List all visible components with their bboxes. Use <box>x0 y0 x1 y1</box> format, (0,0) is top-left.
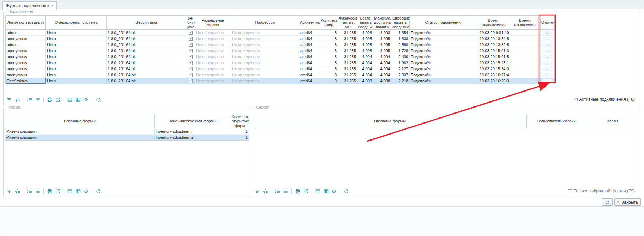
list-icon[interactable] <box>282 187 289 195</box>
cell: 31 255 <box>338 29 357 35</box>
cell: 1.8.0_201 64 bit <box>107 66 186 72</box>
column-header[interactable]: Время отключения <box>509 16 541 30</box>
list-icon[interactable] <box>34 187 41 195</box>
table-row[interactable]: ИнвентаризацияInventory.adjustment1 <box>5 128 249 135</box>
column-header[interactable]: Количество открытых форм <box>231 114 249 128</box>
cell <box>509 60 541 66</box>
table-row[interactable]: anonymousLinux1.8.0_201 64 bitНе определ… <box>6 72 555 78</box>
export-icon[interactable] <box>302 187 309 195</box>
print-icon[interactable] <box>46 96 53 103</box>
disconnect-button[interactable]: ... <box>542 61 553 65</box>
disconnect-button[interactable]: ... <box>542 43 553 47</box>
formula-icon[interactable] <box>13 96 21 103</box>
column-header[interactable]: Архитектура <box>299 16 320 30</box>
java-64bit-checkbox <box>189 31 193 35</box>
column-header[interactable]: Операционная система <box>46 16 107 30</box>
cell: 1 728 <box>391 48 410 54</box>
table-row[interactable]: PetrSmirnovLinux1.8.0_201 64 bitНе опред… <box>6 78 555 84</box>
table-row[interactable]: adminLinux1.8.0_201 64 bitНе определеноН… <box>6 29 555 35</box>
cell: 8 <box>320 54 338 60</box>
column-header[interactable]: Каноническое имя формы <box>155 114 231 128</box>
cell <box>509 42 541 48</box>
gear-icon[interactable]: ⚙ <box>330 187 338 195</box>
list-view-icon[interactable] <box>66 187 74 195</box>
column-header[interactable]: Время подключения <box>478 16 509 30</box>
cell: ... <box>541 78 555 84</box>
cell: Не определено <box>231 48 299 54</box>
disconnect-button[interactable]: ... <box>542 31 553 35</box>
column-header[interactable]: Логин пользователя <box>6 16 46 30</box>
refresh-icon[interactable] <box>94 187 102 195</box>
numbered-list-icon[interactable] <box>26 96 33 103</box>
disconnect-button[interactable]: ... <box>542 67 553 71</box>
table-row[interactable]: anonymousLinux1.8.0_201 64 bitНе определ… <box>6 54 555 60</box>
connections-table[interactable]: Логин пользователяОперационная системаВе… <box>5 15 555 84</box>
cell: Не определено <box>195 42 231 48</box>
table-row[interactable]: anonymousLinux1.8.0_201 64 bitНе определ… <box>6 48 555 54</box>
column-header[interactable]: Название формы <box>5 114 155 128</box>
column-header[interactable]: Пользователь сессии <box>527 114 586 128</box>
column-header[interactable]: Время <box>586 114 639 128</box>
disconnect-button[interactable]: ... <box>542 49 553 53</box>
disconnect-button[interactable]: ... <box>542 55 553 59</box>
table-row[interactable]: anonymousLinux1.8.0_201 64 bitНе определ… <box>6 60 555 66</box>
column-header[interactable]: Название формы <box>253 114 527 128</box>
forms-table[interactable]: Название формыКаноническое имя формыКоли… <box>5 114 249 141</box>
filter-icon[interactable] <box>5 187 13 195</box>
cell <box>509 29 541 35</box>
refresh-icon[interactable] <box>342 187 350 195</box>
column-header[interactable]: Количество ядер <box>320 16 338 30</box>
export-icon[interactable] <box>54 187 61 195</box>
print-icon[interactable] <box>46 187 53 195</box>
checkbox-icon[interactable] <box>574 98 578 101</box>
cell: 1.8.0_201 64 bit <box>107 35 186 42</box>
sessions-table[interactable]: Название формыПользователь сессииВремя <box>253 114 638 128</box>
list-view-icon[interactable] <box>314 187 321 195</box>
gear-icon[interactable]: ⚙ <box>82 187 90 195</box>
tab-close-icon[interactable]: × <box>51 4 54 8</box>
grid-icon[interactable] <box>74 187 82 195</box>
column-header[interactable]: Разрешение экрана <box>195 16 231 30</box>
cell: Подключён <box>410 78 478 84</box>
grid-icon[interactable] <box>74 96 82 103</box>
close-button[interactable]: ✕ Закрыть <box>614 198 641 206</box>
checkbox-icon[interactable] <box>568 189 572 193</box>
toolbar-separator <box>23 188 23 194</box>
cell: 4 095 <box>357 42 373 48</box>
list-icon[interactable] <box>34 96 41 103</box>
active-connections-checkbox[interactable]: Активные подключения (F8) <box>574 97 635 102</box>
tab-connection-log[interactable]: Журнал подключений × <box>2 1 57 10</box>
numbered-list-icon[interactable] <box>26 187 33 195</box>
grid-icon[interactable] <box>322 187 330 195</box>
cell: amd64 <box>299 54 320 60</box>
column-header[interactable]: 64-битная java <box>186 16 195 30</box>
disconnect-button[interactable]: ... <box>542 37 553 41</box>
table-row[interactable]: anonymousLinux1.8.0_201 64 bitНе определ… <box>6 66 555 72</box>
numbered-list-icon[interactable] <box>274 187 281 195</box>
table-row[interactable]: anonymousLinux1.8.0_201 64 bitНе определ… <box>6 35 555 42</box>
column-header[interactable]: Процессор <box>231 16 299 30</box>
gear-icon[interactable]: ⚙ <box>82 96 90 103</box>
disconnect-button[interactable]: ... <box>542 79 553 83</box>
column-header[interactable]: Свободная память соед/JVM <box>391 16 410 30</box>
column-header[interactable]: Всего память соед/JVM <box>357 16 373 30</box>
column-header[interactable]: Физическая память, МБ <box>338 16 357 30</box>
column-header[interactable]: Версия java <box>107 16 186 30</box>
filter-icon[interactable] <box>253 187 261 195</box>
column-header[interactable]: Отключить <box>541 16 555 30</box>
table-row[interactable]: adminLinux1.8.0_201 64 bitНе определеноН… <box>6 42 555 48</box>
print-icon[interactable] <box>294 187 301 195</box>
list-view-icon[interactable] <box>66 96 74 103</box>
formula-icon[interactable] <box>261 187 269 195</box>
filter-icon[interactable] <box>5 96 13 103</box>
refresh-button[interactable] <box>602 198 613 206</box>
only-selected-form-checkbox[interactable]: Только выбранной формы (F9) <box>568 188 635 193</box>
cell: 19.03.20 9:31:49 <box>478 29 509 35</box>
column-header[interactable]: Максимал доступная память <box>373 16 391 30</box>
column-header[interactable]: Статус подключения <box>410 16 478 30</box>
refresh-icon[interactable] <box>94 96 102 103</box>
table-row[interactable]: ИнвентаризацииInventory.adjustments1 <box>5 135 249 141</box>
disconnect-button[interactable]: ... <box>542 73 553 77</box>
export-icon[interactable] <box>54 96 61 103</box>
formula-icon[interactable] <box>13 187 21 195</box>
